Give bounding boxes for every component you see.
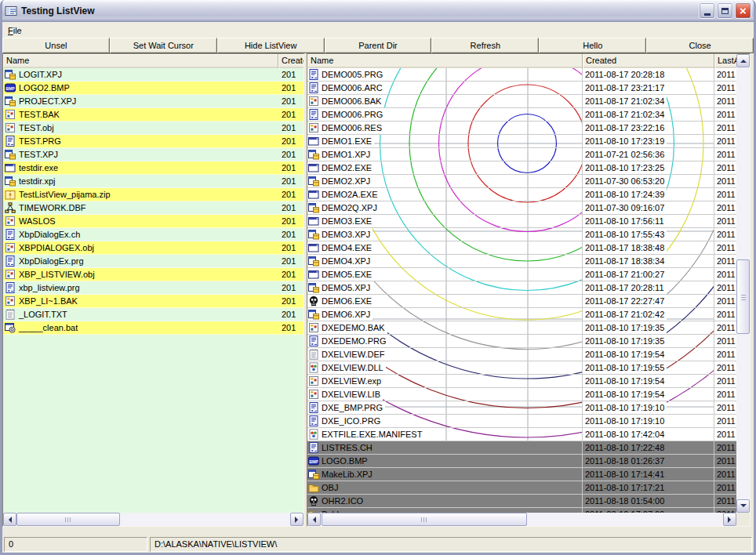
scroll-down-button[interactable]: [736, 499, 750, 513]
list-item[interactable]: DXELVIEW.DLL2011-08-10 17:19:552011: [307, 361, 736, 375]
list-item[interactable]: DXE_ICO.PRG2011-08-10 17:19:102011: [307, 415, 736, 428]
file-created: 201: [278, 296, 296, 306]
hello-button[interactable]: Hello: [539, 38, 646, 53]
list-item[interactable]: TEST.BAK201: [3, 108, 303, 122]
list-item[interactable]: XbpDialogEx.prg201: [3, 255, 303, 268]
scrollbar-thumb[interactable]: [322, 513, 527, 526]
prg-icon: [5, 282, 16, 293]
obj-icon: [308, 375, 319, 386]
list-item[interactable]: DXELVIEW.DEF2011-08-10 17:19:542011: [307, 348, 736, 361]
list-item[interactable]: MakeLib.XPJ2011-08-10 17:14:412011: [307, 468, 736, 481]
list-item[interactable]: LISTRES.CH2011-08-10 17:22:482011: [307, 441, 736, 455]
list-item[interactable]: DEMO006.BAK2011-08-17 21:02:342011: [307, 95, 736, 108]
list-item[interactable]: TEST.obj201: [3, 122, 303, 135]
list-item[interactable]: XBP_LISTVIEW.obj201: [3, 268, 303, 281]
list-item[interactable]: TEST.PRG201: [3, 135, 303, 148]
left-horizontal-scrollbar[interactable]: [3, 513, 303, 526]
scroll-right-button[interactable]: [723, 513, 736, 526]
list-item[interactable]: WASLOS201: [3, 215, 303, 228]
file-created: 201: [278, 270, 296, 279]
refresh-button[interactable]: Refresh: [431, 38, 539, 53]
list-item[interactable]: DEMO4.XPJ2011-08-17 18:38:342011: [307, 255, 736, 268]
list-item[interactable]: DXELVIEW.exp2011-08-10 17:19:542011: [307, 375, 736, 388]
list-item[interactable]: xbp_listview.prg201: [3, 281, 303, 295]
name-cell: DEMO5.EXE: [307, 268, 583, 281]
right-vertical-scrollbar[interactable]: [736, 54, 750, 513]
name-cell: DEMO6.EXE: [307, 295, 583, 307]
list-item[interactable]: DXEDEMO.BAK2011-08-10 17:19:352011: [307, 321, 736, 335]
list-item[interactable]: DEMO006.ARC2011-08-17 23:21:172011: [307, 82, 736, 95]
list-item[interactable]: DEMO6.XPJ2011-08-17 21:02:422011: [307, 308, 736, 321]
exe-icon: [308, 216, 319, 227]
list-item[interactable]: BMPLOGO.BMP2011-08-18 01:26:372011: [307, 455, 736, 468]
file-last-access: 2011: [714, 361, 736, 374]
list-item[interactable]: XBPDIALOGEX.obj201: [3, 241, 303, 255]
scroll-up-button[interactable]: [736, 54, 750, 67]
list-item[interactable]: DXEDEMO.PRG2011-08-10 17:19:352011: [307, 335, 736, 348]
list-item[interactable]: DXE_BMP.PRG2011-08-10 17:19:102011: [307, 401, 736, 415]
list-item[interactable]: DEMO3.XPJ2011-08-10 17:55:432011: [307, 228, 736, 241]
right-horizontal-scrollbar[interactable]: [307, 513, 736, 526]
column-header-created[interactable]: Created: [583, 54, 714, 68]
list-item[interactable]: DEMO5.XPJ2011-08-17 20:28:112011: [307, 281, 736, 295]
maximize-button[interactable]: [717, 2, 733, 19]
file-name: DEMO006.ARC: [319, 83, 383, 92]
list-item[interactable]: OBJ2011-08-10 17:17:212011: [307, 481, 736, 495]
scrollbar-thumb[interactable]: [736, 259, 750, 334]
list-item[interactable]: TestListView_pijama.zip201: [3, 188, 303, 201]
menu-file[interactable]: File: [2, 24, 27, 37]
last-access-cell: 2011: [714, 95, 736, 107]
list-item[interactable]: LOGIT.XPJ201: [3, 68, 303, 82]
column-header-name[interactable]: Name: [307, 54, 583, 68]
list-item[interactable]: DXELVIEW.LIB2011-08-10 17:19:542011: [307, 388, 736, 401]
list-item[interactable]: BMPLOGO2.BMP201: [3, 82, 303, 95]
scrollbar-thumb[interactable]: [16, 513, 120, 526]
list-item[interactable]: DEMO1.EXE2011-08-10 17:23:192011: [307, 135, 736, 148]
list-item[interactable]: testdir.exe201: [3, 161, 303, 175]
list-item[interactable]: DEMO2Q.XPJ2011-07-30 09:16:072011: [307, 201, 736, 215]
name-cell-box: DEMO006.RES: [307, 122, 384, 134]
scroll-left-button[interactable]: [3, 513, 16, 526]
list-item[interactable]: DEMO1.XPJ2011-07-21 02:56:362011: [307, 148, 736, 161]
list-item[interactable]: DEMO006.RES2011-08-17 23:22:162011: [307, 122, 736, 135]
minimize-button[interactable]: [699, 2, 715, 19]
list-item[interactable]: DEMO2.EXE2011-08-10 17:23:252011: [307, 161, 736, 175]
list-item[interactable]: DEMO6.EXE2011-08-17 22:27:472011: [307, 295, 736, 308]
scroll-right-button[interactable]: [290, 513, 303, 526]
last-access-cell: 2011: [714, 148, 736, 161]
hide-listview-button[interactable]: Hide ListView: [217, 38, 325, 53]
titlebar[interactable]: Testing ListView ×: [0, 0, 756, 22]
list-item[interactable]: PROJECT.XPJ201: [3, 95, 303, 108]
list-item[interactable]: XBP_LI~1.BAK201: [3, 295, 303, 308]
close-button[interactable]: ×: [735, 2, 751, 19]
list-item[interactable]: DEMO2A.EXE2011-08-10 17:24:392011: [307, 188, 736, 201]
list-item[interactable]: XbpDialogEx.ch201: [3, 228, 303, 241]
list-item[interactable]: testdir.xpj201: [3, 175, 303, 188]
close-listview-button[interactable]: Close: [646, 38, 754, 53]
column-header-last-access[interactable]: LastAccess: [714, 54, 736, 68]
file-name: LOGIT.XPJ: [16, 70, 278, 79]
list-item[interactable]: DEMO3.EXE2011-08-10 17:56:112011: [307, 215, 736, 228]
list-item[interactable]: DEMO005.PRG2011-08-17 20:28:182011: [307, 68, 736, 82]
obj-icon: [5, 109, 16, 120]
scroll-left-button[interactable]: [307, 513, 321, 526]
list-item[interactable]: DEMO006.PRG2011-08-17 21:02:342011: [307, 108, 736, 122]
list-item[interactable]: _____clean.bat201: [3, 321, 303, 335]
list-item[interactable]: TIMEWORK.DBF201: [3, 201, 303, 215]
list-item[interactable]: DEMO5.EXE2011-08-17 21:00:272011: [307, 268, 736, 281]
list-item[interactable]: DEMO2.XPJ2011-07-30 06:53:202011: [307, 175, 736, 188]
list-item[interactable]: TEST.XPJ201: [3, 148, 303, 161]
column-header-name[interactable]: Name: [3, 54, 278, 68]
list-item[interactable]: DEMO4.EXE2011-08-17 18:38:482011: [307, 241, 736, 255]
set-wait-cursor-button[interactable]: Set Wait Cursor: [110, 38, 217, 53]
list-item[interactable]: _LOGIT.TXT201: [3, 308, 303, 321]
parent-dir-button[interactable]: Parent Dir: [325, 38, 432, 53]
unsel-button[interactable]: Unsel: [2, 38, 110, 53]
list-item[interactable]: EXTFILE.EXE.MANIFEST2011-08-10 17:42:042…: [307, 428, 736, 441]
list-item[interactable]: OHR2.ICO2011-08-18 01:54:002011: [307, 495, 736, 508]
file-name: DEMO006.BAK: [319, 96, 381, 106]
file-created: 2011-08-10 17:19:35: [583, 321, 667, 334]
file-created: 2011-08-10 17:24:39: [583, 188, 667, 201]
list-item[interactable]: Pablo2011-08-10 17:07:092011: [307, 508, 736, 513]
column-header-created[interactable]: Created: [278, 54, 303, 68]
